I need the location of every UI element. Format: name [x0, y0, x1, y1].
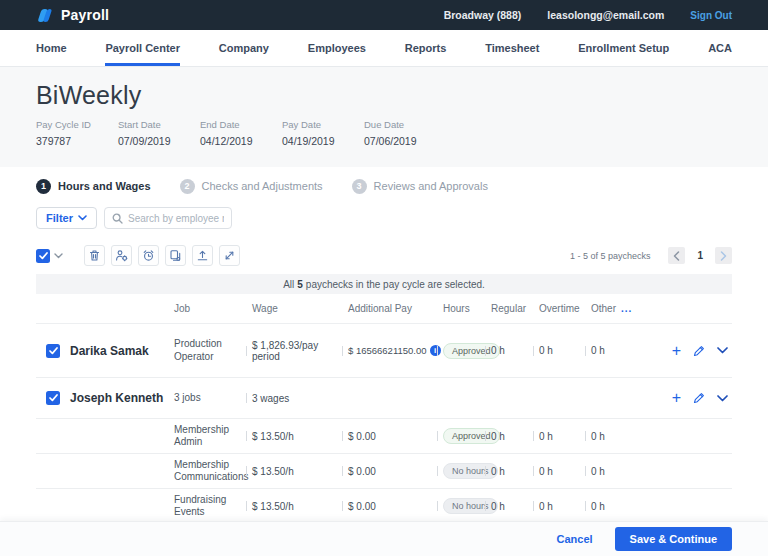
paycheck-range-text: 1 - 5 of 5 paychecks	[570, 251, 651, 261]
table-row: Joseph Kenneth 3 jobs 3 wages +	[36, 378, 732, 419]
search-input[interactable]	[128, 213, 224, 224]
filter-button[interactable]: Filter	[36, 207, 97, 229]
column-wage: Wage	[246, 303, 342, 314]
select-options-chevron-icon[interactable]	[54, 253, 63, 259]
cell-other: 0 h	[585, 466, 640, 477]
collapse-row-chevron-icon[interactable]	[717, 395, 728, 402]
column-other: Other ...	[585, 303, 640, 314]
copy-settings-icon[interactable]	[165, 245, 186, 266]
add-pay-icon[interactable]: +	[672, 390, 681, 406]
cell-wage: 3 wages	[246, 393, 342, 404]
topbar: Payroll Broadway (888) leasolongg@email.…	[0, 0, 768, 30]
nav-aca[interactable]: ACA	[708, 30, 732, 66]
cell-regular: 0 h	[485, 345, 533, 356]
expand-icon[interactable]	[219, 245, 240, 266]
expand-row-chevron-icon[interactable]	[717, 347, 728, 354]
cell-additional-pay: $ 0.00	[342, 501, 437, 512]
payroll-logo-icon	[36, 8, 53, 23]
cell-overtime: 0 h	[533, 431, 585, 442]
cell-overtime: 0 h	[533, 501, 585, 512]
step-checks-and-adjustments[interactable]: 2 Checks and Adjustments	[180, 179, 323, 194]
main-nav: Home Payroll Center Company Employees Re…	[0, 30, 768, 67]
cell-job: Membership Admin	[168, 424, 246, 449]
cell-overtime: 0 h	[533, 466, 585, 477]
trash-icon[interactable]	[84, 245, 105, 266]
table-row: Darika Samak Production Operator $ 1,826…	[36, 324, 732, 378]
cell-wage: $ 13.50/h	[246, 501, 342, 512]
cell-hours-status: No hours	[437, 463, 485, 479]
job-subrow: Membership Communications $ 13.50/h $ 0.…	[36, 454, 732, 489]
cell-additional-pay: $ 0.00	[342, 431, 437, 442]
field-start-date: Start Date 07/09/2019	[118, 119, 199, 147]
cycle-fields: Pay Cycle ID 379787 Start Date 07/09/201…	[36, 119, 732, 147]
cell-other: 0 h	[585, 501, 640, 512]
chevron-down-icon	[78, 215, 87, 221]
selected-count: 5	[297, 279, 303, 290]
column-regular: Regular	[485, 303, 533, 314]
add-pay-icon[interactable]: +	[672, 343, 681, 359]
nav-reports[interactable]: Reports	[405, 30, 447, 66]
cell-wage: $ 13.50/h	[246, 431, 342, 442]
edit-icon[interactable]	[693, 392, 705, 404]
prev-page-button[interactable]	[668, 247, 685, 264]
user-settings-icon[interactable]	[111, 245, 132, 266]
filter-row: Filter	[36, 207, 732, 229]
search-icon	[112, 213, 123, 224]
job-subrow: Membership Admin $ 13.50/h $ 0.00 Approv…	[36, 419, 732, 454]
upload-icon[interactable]	[192, 245, 213, 266]
employee-name: Joseph Kenneth	[70, 391, 168, 405]
cell-job: Membership Communications	[168, 459, 246, 484]
cell-other: 0 h	[585, 431, 640, 442]
table-header: Job Wage Additional Pay Hours Regular Ov…	[36, 294, 732, 324]
page-title: BiWeekly	[36, 81, 732, 110]
nav-timesheet[interactable]: Timesheet	[485, 30, 539, 66]
cell-additional-pay: $ 0.00	[342, 466, 437, 477]
edit-icon[interactable]	[693, 345, 705, 357]
select-all-checkbox[interactable]	[36, 249, 50, 263]
wizard-steps: 1 Hours and Wages 2 Checks and Adjustmen…	[36, 178, 732, 194]
row-checkbox[interactable]	[46, 391, 60, 405]
cell-regular: 0 h	[485, 431, 533, 442]
brand: Payroll	[36, 7, 109, 23]
nav-enrollment-setup[interactable]: Enrollment Setup	[578, 30, 669, 66]
pay-cycle-header: BiWeekly Pay Cycle ID 379787 Start Date …	[0, 67, 768, 167]
topbar-right: Broadway (888) leasolongg@email.com Sign…	[444, 9, 732, 21]
bulk-action-icons	[84, 245, 240, 266]
column-job: Job	[168, 303, 246, 314]
app-title: Payroll	[61, 7, 109, 23]
user-email: leasolongg@email.com	[547, 9, 664, 21]
alarm-icon[interactable]	[138, 245, 159, 266]
column-hours: Hours	[437, 303, 485, 314]
field-pay-date: Pay Date 04/19/2019	[282, 119, 363, 147]
field-due-date: Due Date 07/06/2019	[364, 119, 445, 147]
nav-employees[interactable]: Employees	[308, 30, 366, 66]
current-page-number: 1	[697, 250, 703, 261]
nav-company[interactable]: Company	[219, 30, 269, 66]
cell-regular: 0 h	[485, 466, 533, 477]
column-additional-pay: Additional Pay	[342, 303, 437, 314]
cell-job: Fundraising Events	[168, 494, 246, 519]
next-page-button[interactable]	[715, 247, 732, 264]
nav-payroll-center[interactable]: Payroll Center	[105, 30, 180, 66]
column-overtime: Overtime	[533, 303, 585, 314]
cell-overtime: 0 h	[533, 345, 585, 356]
cell-other: 0 h	[585, 345, 640, 356]
step-reviews-and-approvals[interactable]: 3 Reviews and Approvals	[352, 179, 488, 194]
cell-hours-status: Approved	[437, 343, 485, 359]
search-box	[104, 207, 232, 229]
pagination: 1 - 5 of 5 paychecks 1	[570, 247, 732, 264]
save-continue-button[interactable]: Save & Continue	[615, 527, 732, 551]
cell-additional-pay: $ 16566621150.00 i	[342, 345, 437, 356]
cell-wage: $ 13.50/h	[246, 466, 342, 477]
sign-out-link[interactable]: Sign Out	[690, 10, 732, 21]
step-hours-and-wages[interactable]: 1 Hours and Wages	[36, 179, 151, 194]
cell-hours-status: No hours	[437, 498, 485, 514]
job-subrow: Fundraising Events $ 13.50/h $ 0.00 No h…	[36, 489, 732, 524]
cancel-button[interactable]: Cancel	[557, 533, 593, 545]
cell-hours-status: Approved	[437, 428, 485, 444]
more-columns-button[interactable]: ...	[621, 303, 632, 314]
nav-home[interactable]: Home	[36, 30, 67, 66]
company-selector[interactable]: Broadway (888)	[444, 9, 522, 21]
field-end-date: End Date 04/12/2019	[200, 119, 281, 147]
row-checkbox[interactable]	[46, 344, 60, 358]
